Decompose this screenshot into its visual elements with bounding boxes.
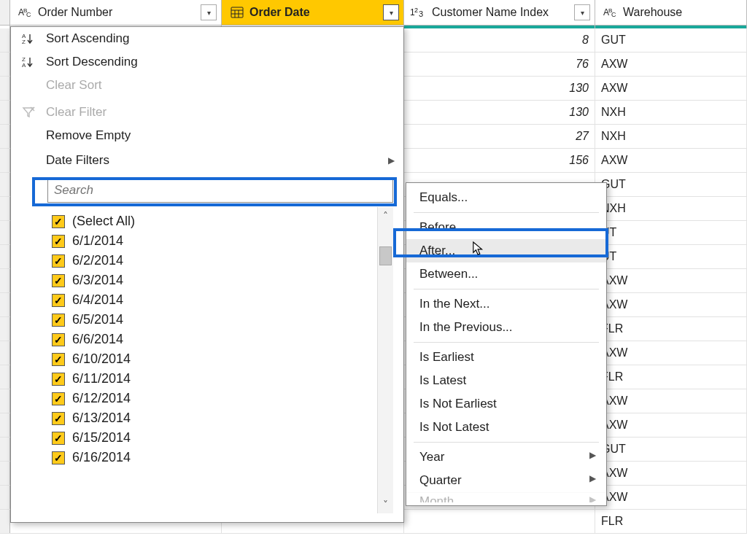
table-icon bbox=[0, 0, 10, 25]
column-header-order-date[interactable]: Order Date ▾ bbox=[222, 0, 404, 25]
row-number-cell bbox=[0, 365, 10, 389]
checkbox-checked-icon[interactable]: ✓ bbox=[52, 235, 65, 248]
menu-label: Remove Empty bbox=[46, 128, 131, 143]
sort-ascending[interactable]: AZ Sort Ascending bbox=[11, 27, 403, 50]
filter-value-item[interactable]: ✓6/15/2014 bbox=[50, 428, 374, 448]
sort-descending[interactable]: ZA Sort Descending bbox=[11, 50, 403, 74]
cell-warehouse: NXH bbox=[595, 197, 747, 220]
filter-value-label: 6/3/2014 bbox=[72, 273, 123, 288]
checkbox-checked-icon[interactable]: ✓ bbox=[52, 294, 65, 307]
filter-between[interactable]: Between... bbox=[406, 262, 606, 286]
filter-value-label: 6/15/2014 bbox=[72, 430, 131, 446]
filter-value-label: 6/11/2014 bbox=[72, 371, 131, 386]
filter-value-item[interactable]: ✓6/13/2014 bbox=[50, 408, 374, 428]
svg-rect-3 bbox=[231, 7, 243, 18]
filter-is-earliest[interactable]: Is Earliest bbox=[406, 346, 606, 369]
row-number-cell bbox=[0, 173, 10, 196]
scroll-down-icon[interactable]: ˅ bbox=[378, 496, 393, 513]
filter-value-item[interactable]: ✓6/2/2014 bbox=[50, 251, 374, 271]
checkbox-checked-icon[interactable]: ✓ bbox=[52, 432, 65, 445]
row-number-cell bbox=[0, 221, 10, 244]
filter-value-item[interactable]: ✓6/5/2014 bbox=[50, 310, 374, 330]
cell-customer-name-index: 156 bbox=[404, 149, 595, 172]
column-filter-button[interactable]: ▾ bbox=[574, 4, 590, 20]
svg-text:3: 3 bbox=[419, 9, 423, 18]
filter-value-item[interactable]: ✓(Select All) bbox=[50, 211, 374, 231]
column-filter-dropdown: AZ Sort Ascending ZA Sort Descending Cle… bbox=[10, 26, 404, 523]
row-number-cell bbox=[0, 438, 10, 461]
row-number-cell bbox=[0, 269, 10, 292]
checkbox-checked-icon[interactable]: ✓ bbox=[52, 333, 65, 346]
checkbox-checked-icon[interactable]: ✓ bbox=[52, 392, 65, 405]
filter-search-input[interactable] bbox=[48, 179, 392, 202]
filter-value-item[interactable]: ✓6/1/2014 bbox=[50, 231, 374, 251]
scroll-up-icon[interactable]: ˄ bbox=[378, 207, 393, 225]
filter-after[interactable]: After... bbox=[406, 239, 606, 262]
remove-empty[interactable]: Remove Empty bbox=[11, 124, 403, 147]
filter-before[interactable]: Before... bbox=[406, 216, 606, 239]
filter-value-label: 6/12/2014 bbox=[72, 391, 131, 406]
row-number-cell bbox=[0, 52, 10, 76]
scroll-thumb[interactable] bbox=[379, 246, 392, 265]
cell-warehouse: GUT bbox=[595, 28, 747, 52]
checkbox-checked-icon[interactable]: ✓ bbox=[52, 451, 65, 464]
row-number-gutter bbox=[0, 0, 10, 25]
cell-warehouse: AXW bbox=[595, 293, 747, 316]
filter-value-label: 6/5/2014 bbox=[72, 312, 123, 327]
date-filters-submenu: Equals... Before... After... Between... … bbox=[406, 182, 607, 506]
date-type-icon bbox=[226, 5, 248, 20]
filter-value-item[interactable]: ✓6/6/2014 bbox=[50, 330, 374, 349]
checkbox-checked-icon[interactable]: ✓ bbox=[52, 412, 65, 425]
filter-is-not-earliest[interactable]: Is Not Earliest bbox=[406, 392, 606, 416]
column-header-customer-name-index[interactable]: 123 Customer Name Index ▾ bbox=[404, 0, 595, 25]
cell-warehouse: FLR bbox=[595, 365, 747, 389]
row-number-cell bbox=[0, 462, 10, 485]
filter-year[interactable]: Year▶ bbox=[406, 446, 606, 469]
filter-is-not-latest[interactable]: Is Not Latest bbox=[406, 416, 606, 439]
cell-warehouse: FLR bbox=[595, 510, 747, 533]
column-label: Order Number bbox=[36, 6, 201, 19]
filter-value-label: 6/16/2014 bbox=[72, 450, 131, 465]
column-label: Customer Name Index bbox=[430, 6, 574, 19]
filter-value-item[interactable]: ✓6/16/2014 bbox=[50, 448, 374, 467]
checkbox-checked-icon[interactable]: ✓ bbox=[52, 373, 65, 386]
filter-value-item[interactable]: ✓6/11/2014 bbox=[50, 369, 374, 389]
checkbox-checked-icon[interactable]: ✓ bbox=[52, 274, 65, 287]
column-filter-button[interactable]: ▾ bbox=[383, 4, 399, 20]
date-filters[interactable]: Date Filters ▶ bbox=[11, 147, 403, 174]
column-header-warehouse[interactable]: ABC Warehouse bbox=[595, 0, 747, 25]
filter-values-list[interactable]: ✓(Select All)✓6/1/2014✓6/2/2014✓6/3/2014… bbox=[47, 207, 377, 513]
column-label: Order Date bbox=[248, 6, 383, 19]
svg-text:A: A bbox=[22, 62, 26, 69]
filter-value-item[interactable]: ✓6/3/2014 bbox=[50, 271, 374, 290]
menu-label: Is Not Earliest bbox=[419, 397, 497, 411]
checkbox-checked-icon[interactable]: ✓ bbox=[52, 215, 65, 228]
filter-is-latest[interactable]: Is Latest bbox=[406, 369, 606, 392]
cell-warehouse: AXW bbox=[595, 389, 747, 413]
filter-in-the-next[interactable]: In the Next... bbox=[406, 292, 606, 316]
filter-month[interactable]: Month▶ bbox=[406, 492, 606, 502]
menu-label: In the Previous... bbox=[419, 320, 513, 334]
filter-equals[interactable]: Equals... bbox=[406, 186, 606, 209]
filter-in-the-previous[interactable]: In the Previous... bbox=[406, 316, 606, 339]
filter-quarter[interactable]: Quarter▶ bbox=[406, 469, 606, 492]
checkbox-checked-icon[interactable]: ✓ bbox=[52, 314, 65, 327]
filter-search[interactable] bbox=[47, 178, 393, 203]
row-number-cell bbox=[0, 77, 10, 100]
svg-text:Z: Z bbox=[22, 39, 26, 45]
column-header-order-number[interactable]: ABC Order Number ▾ bbox=[10, 0, 222, 25]
filter-value-item[interactable]: ✓6/4/2014 bbox=[50, 290, 374, 310]
chevron-right-icon: ▶ bbox=[589, 494, 596, 502]
row-number-cell bbox=[0, 149, 10, 172]
scrollbar[interactable]: ˄ ˅ bbox=[377, 207, 393, 513]
filter-value-label: 6/1/2014 bbox=[72, 233, 123, 249]
column-filter-button[interactable]: ▾ bbox=[201, 4, 217, 20]
cell-warehouse: GUT bbox=[595, 173, 747, 196]
filter-value-item[interactable]: ✓6/12/2014 bbox=[50, 389, 374, 408]
cell-customer-name-index: 27 bbox=[404, 125, 595, 148]
cell-customer-name-index: 8 bbox=[404, 28, 595, 52]
filter-value-item[interactable]: ✓6/10/2014 bbox=[50, 349, 374, 369]
checkbox-checked-icon[interactable]: ✓ bbox=[52, 254, 65, 268]
checkbox-checked-icon[interactable]: ✓ bbox=[52, 353, 65, 366]
sort-desc-icon: ZA bbox=[21, 55, 36, 69]
